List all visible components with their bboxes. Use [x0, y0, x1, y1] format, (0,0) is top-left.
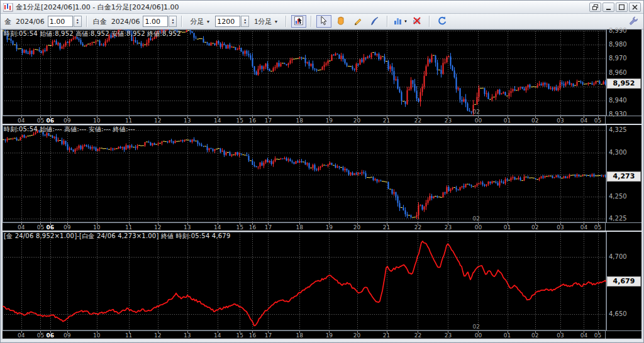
x-axis-label: 05	[37, 117, 44, 124]
pan-hand-tool-button[interactable]	[333, 15, 348, 28]
titlebar: 金1分足[2024/06]1.00 - 白金1分足[2024/06]1.00	[1, 1, 643, 14]
x-axis-label: 14	[214, 117, 221, 124]
spread-readout: [金 24/06 8,952×1.00]-[白金 24/06 4,273×1.0…	[4, 232, 230, 241]
close-button[interactable]	[629, 3, 641, 12]
delete-chart-icon	[412, 16, 422, 28]
settings-button[interactable]	[626, 15, 641, 28]
x-axis-label: 05	[37, 224, 44, 231]
y-axis-label: 4,325	[609, 126, 627, 133]
x-axis-label: 15	[236, 224, 243, 231]
x-axis-label: 21	[383, 117, 390, 124]
y-axis-label: 4,700	[609, 253, 627, 260]
platinum-chart-panel: 時刻:05:54 始値:--- 高値:--- 安値:--- 終値:--- 02 …	[3, 125, 641, 231]
y-axis-label: 8,990	[609, 27, 627, 34]
platinum-ratio-input[interactable]: 1.00	[143, 16, 168, 27]
x-axis-label: 15	[236, 117, 243, 124]
x-axis-label: 00	[475, 224, 482, 231]
x-axis-label: 19	[326, 332, 333, 339]
pen-icon	[370, 16, 380, 28]
select-arrow-tool-button[interactable]	[316, 15, 331, 28]
gold-y-axis: 8,9908,9808,9708,9608,9408,9308,952	[606, 30, 641, 116]
chart-cursor-tool-button[interactable]	[291, 15, 306, 28]
pencil-tool-button[interactable]	[350, 15, 365, 28]
spin-down-icon: ▼	[76, 21, 79, 24]
y-axis-label: 4,250	[609, 193, 627, 200]
x-axis-label: 02	[531, 224, 538, 231]
x-axis-label: 04	[580, 224, 587, 231]
x-axis-label: 17	[265, 117, 272, 124]
x-axis-label: 20	[353, 224, 360, 231]
interval-type-label: 分足	[190, 17, 204, 26]
x-axis-label: 19	[326, 117, 333, 124]
refresh-button[interactable]	[435, 15, 450, 28]
x-axis-label: 16	[249, 224, 256, 231]
chart-cursor-icon	[294, 16, 304, 28]
x-axis-label: 00	[475, 332, 482, 339]
maximize-button[interactable]	[616, 3, 628, 12]
gold-ohlc-readout: 時刻:05:54 始値:8,952 高値:8,952 安値:8,952 終値:8…	[4, 30, 181, 38]
toolbar-separator	[86, 16, 87, 27]
x-axis-label: 11	[125, 224, 132, 231]
axis-corner	[605, 330, 641, 339]
x-axis-label: 16	[249, 117, 256, 124]
date-label: 02	[473, 324, 480, 330]
float-window-button[interactable]	[589, 3, 601, 12]
gold-contract-month: 2024/06	[16, 18, 45, 26]
timeframe-dropdown[interactable]: 1分足▼	[251, 16, 281, 27]
x-axis-label: 09	[64, 117, 70, 124]
bar-count-stepper[interactable]: ▲▼	[241, 16, 249, 27]
platinum-candlestick-plot[interactable]	[3, 125, 606, 222]
toolbar-separator	[311, 16, 312, 27]
x-axis-label: 17	[265, 332, 272, 339]
statusbar	[1, 340, 643, 343]
y-axis-label: 4,225	[609, 215, 627, 222]
x-axis-label: 11	[125, 332, 132, 339]
spread-y-axis: 4,7004,6504,679	[606, 232, 641, 330]
x-axis-label: 04	[18, 117, 25, 124]
x-axis-label: 06	[47, 332, 55, 339]
chart-window: 金1分足[2024/06]1.00 - 白金1分足[2024/06]1.00 金…	[0, 0, 644, 343]
spin-down-icon: ▼	[171, 21, 174, 24]
x-axis-label: 18	[296, 332, 303, 339]
toolbar-separator	[429, 16, 430, 27]
bar-chart-icon	[393, 16, 403, 28]
clear-indicators-button[interactable]	[409, 15, 425, 28]
x-axis-label: 01	[504, 117, 511, 124]
x-axis-label: 20	[353, 332, 360, 339]
x-axis-label: 14	[214, 224, 221, 231]
candlestick-app-icon	[3, 3, 13, 11]
gold-candlestick-plot[interactable]	[3, 30, 606, 116]
x-axis-label: 04	[580, 117, 587, 124]
platinum-ratio-stepper[interactable]: ▲▼	[169, 16, 177, 27]
interval-type-dropdown[interactable]: 分足▼	[187, 16, 213, 27]
x-axis-label: 12	[154, 332, 161, 339]
toolbar: 金 2024/06 1.00 ▲▼ 白金 2024/06 1.00 ▲▼ 分足▼…	[1, 14, 643, 30]
x-axis-label: 21	[383, 224, 390, 231]
spread-x-axis: 0405060910111213141516171819202122230001…	[3, 330, 605, 339]
x-axis-label: 13	[184, 117, 191, 124]
spread-line-plot[interactable]	[3, 232, 606, 330]
toolbar-separator	[286, 16, 287, 27]
chart-area: 時刻:05:54 始値:8,952 高値:8,952 安値:8,952 終値:8…	[1, 30, 643, 339]
x-axis-label: 18	[296, 224, 303, 231]
last-price-box: 8,952	[607, 79, 641, 89]
minimize-button[interactable]	[602, 3, 614, 12]
gold-ratio-stepper[interactable]: ▲▼	[74, 16, 82, 27]
x-axis-label: 03	[557, 332, 564, 339]
spin-down-icon: ▼	[243, 21, 247, 24]
x-axis-label: 06	[47, 117, 55, 124]
indicator-chart-button[interactable]: ▼	[392, 15, 408, 28]
x-axis-label: 22	[414, 117, 421, 124]
x-axis-label: 05	[594, 117, 601, 124]
gold-ratio-input[interactable]: 1.00	[48, 16, 73, 27]
date-label: 02	[473, 215, 480, 222]
x-axis-label: 17	[265, 224, 272, 231]
platinum-contract-month: 2024/06	[111, 18, 140, 26]
platinum-label: 白金	[93, 17, 107, 26]
refresh-icon	[437, 16, 447, 28]
x-axis-label: 02	[531, 332, 538, 339]
spread-chart-panel: [金 24/06 8,952×1.00]-[白金 24/06 4,273×1.0…	[3, 232, 641, 339]
x-axis-label: 03	[557, 117, 564, 124]
bar-count-input[interactable]: 1200	[215, 16, 240, 27]
pen-tool-button[interactable]	[367, 15, 382, 28]
